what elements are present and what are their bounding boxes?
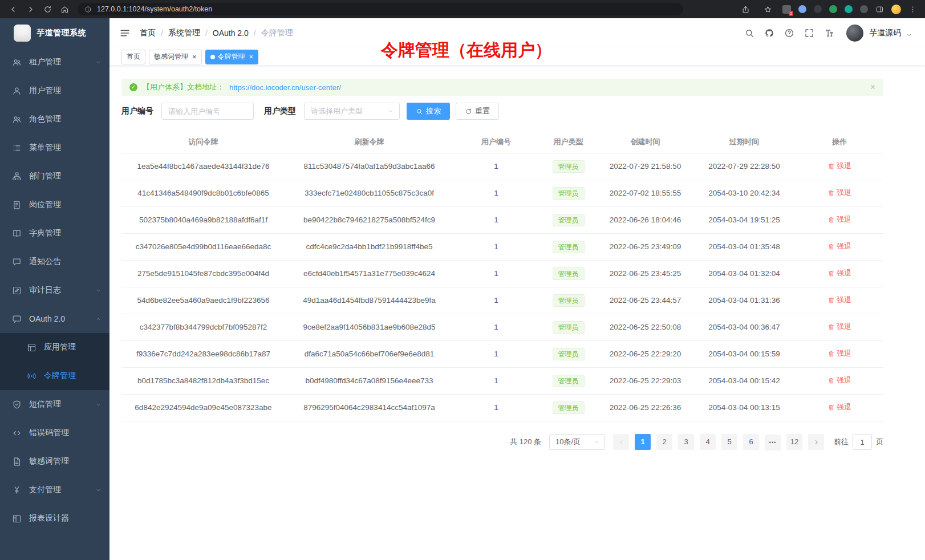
sidebar-item-label: 租户管理 (29, 57, 61, 67)
create-time-cell: 2022-06-25 22:50:08 (598, 314, 693, 340)
user-id-cell: 1 (453, 394, 539, 421)
browser-profile-avatar[interactable] (891, 5, 901, 14)
force-logout-button[interactable]: 强退 (827, 161, 851, 171)
column-header: 操作 (796, 131, 883, 153)
tab-sensitive-word[interactable]: 敏感词管理× (149, 50, 202, 64)
close-icon[interactable]: × (249, 53, 254, 60)
side-panel-button[interactable] (875, 5, 884, 14)
filter-bar: 用户编号 用户类型 请选择用户类型 搜索 重置 (121, 103, 925, 120)
search-icon (744, 28, 754, 38)
bookmark-button[interactable] (760, 2, 775, 16)
sidebar-toggle-button[interactable] (119, 27, 131, 39)
page-button-4[interactable]: 4 (700, 434, 716, 450)
force-logout-button[interactable]: 强退 (827, 348, 851, 359)
sidebar-item-user[interactable]: 用户管理 (0, 76, 109, 105)
goto-page-input[interactable] (853, 434, 872, 450)
chevron-down-icon[interactable] (911, 29, 912, 38)
extension-icon[interactable]: 0 (782, 5, 791, 14)
sidebar-item-post[interactable]: 岗位管理 (0, 190, 109, 219)
tab-token[interactable]: 令牌管理× (205, 50, 259, 64)
page-size-value: 10条/页 (555, 437, 581, 447)
expire-time-cell: 2054-03-04 01:32:04 (693, 260, 796, 287)
force-logout-button[interactable]: 强退 (827, 295, 851, 305)
sidebar-item-oauth2-token[interactable]: 令牌管理 (0, 362, 109, 390)
home-button[interactable] (57, 2, 72, 16)
back-button[interactable] (6, 2, 21, 16)
breadcrumb-item[interactable]: OAuth 2.0 (213, 29, 249, 38)
user-avatar[interactable] (846, 25, 863, 42)
username[interactable]: 芋道源码 (869, 28, 901, 38)
force-logout-button[interactable]: 强退 (827, 375, 851, 385)
force-logout-button[interactable]: 强退 (827, 402, 851, 412)
site-info-icon[interactable] (84, 6, 92, 13)
sidebar-item-oauth2[interactable]: OAuth 2.0 (0, 305, 109, 333)
sidebar-item-pay[interactable]: 支付管理 (0, 476, 109, 504)
page-button-5[interactable]: 5 (721, 434, 737, 450)
url-bar[interactable]: 127.0.0.1:1024/system/oauth2/token (78, 3, 683, 15)
user-type-select[interactable]: 请选择用户类型 (304, 103, 400, 120)
force-logout-button[interactable]: 强退 (827, 214, 851, 225)
tab-home[interactable]: 首页 (121, 50, 145, 64)
sidebar-item-sms[interactable]: 短信管理 (0, 390, 109, 419)
alert-close-icon[interactable]: × (870, 82, 875, 92)
forward-button[interactable] (23, 2, 38, 16)
column-header: 访问令牌 (121, 131, 285, 153)
page-button-2[interactable]: 2 (656, 434, 672, 450)
force-logout-button[interactable]: 强退 (827, 188, 851, 198)
page-size-select[interactable]: 10条/页 (549, 434, 605, 450)
page-button-3[interactable]: 3 (678, 434, 694, 450)
create-time-cell: 2022-06-25 22:26:36 (598, 394, 693, 421)
force-logout-button[interactable]: 强退 (827, 322, 851, 332)
close-icon[interactable]: × (192, 53, 197, 60)
page-button-12[interactable]: 12 (786, 434, 802, 450)
page-buttons: 123456•••12 (632, 434, 805, 451)
total-count: 共 120 条 (510, 437, 541, 447)
user-type-label: 用户类型 (264, 106, 296, 116)
extension-gray-icon[interactable] (860, 5, 868, 13)
extension-green-icon[interactable] (829, 5, 837, 13)
sidebar-item-notice[interactable]: 通知公告 (0, 247, 109, 276)
table-row: 41c41346a548490f9dc8b01c6bfe0865 333ecfc… (121, 180, 883, 206)
font-size-button[interactable] (824, 28, 834, 38)
goto-label: 前往 (834, 437, 849, 447)
reload-button[interactable] (40, 2, 55, 16)
sidebar-item-role[interactable]: 角色管理 (0, 105, 109, 133)
force-logout-button[interactable]: 强退 (827, 268, 851, 278)
alert-text: 【用户体系】文档地址： (143, 82, 224, 92)
force-logout-button[interactable]: 强退 (827, 241, 851, 251)
page-more-button[interactable]: ••• (765, 435, 781, 451)
pagination: 共 120 条 10条/页 123456•••12 前往 页 (121, 434, 883, 451)
page-button-6[interactable]: 6 (743, 434, 759, 450)
search-button[interactable] (744, 28, 754, 38)
sidebar-item-error-code[interactable]: 错误码管理 (0, 419, 109, 447)
sidebar-item-menu[interactable]: 菜单管理 (0, 133, 109, 162)
sidebar-item-oauth2-app[interactable]: 应用管理 (0, 333, 109, 362)
sidebar-item-audit-log[interactable]: 审计日志 (0, 276, 109, 305)
search-submit-button[interactable]: 搜索 (407, 103, 450, 120)
user-type-cell: 管理员 (539, 153, 598, 180)
fullscreen-button[interactable] (804, 28, 814, 38)
sidebar-item-report-designer[interactable]: 报表设计器 (0, 504, 109, 533)
reset-button[interactable]: 重置 (456, 103, 499, 120)
hamburger-icon (119, 27, 131, 39)
github-button[interactable] (764, 28, 774, 38)
sidebar-item-sensitive-word[interactable]: 敏感词管理 (0, 447, 109, 476)
sidebar-item-dept[interactable]: 部门管理 (0, 162, 109, 190)
next-page-button[interactable] (808, 434, 824, 450)
share-button[interactable] (738, 2, 753, 16)
extension-blue-icon[interactable] (798, 5, 806, 13)
sidebar-item-tenant[interactable]: 租户管理 (0, 48, 109, 76)
breadcrumb-item[interactable]: 首页 (140, 28, 156, 38)
users-icon (12, 115, 22, 124)
refresh-token-cell: b0df4980ffd34c67a08f9156e4eee733 (285, 367, 453, 394)
user-id-input[interactable] (161, 103, 254, 120)
prev-page-button[interactable] (613, 434, 629, 450)
breadcrumb-item[interactable]: 系统管理 (168, 28, 200, 38)
extension-dark-icon[interactable] (814, 5, 822, 13)
help-button[interactable] (784, 28, 794, 38)
doc-link[interactable]: https://doc.iocoder.cn/user-center/ (229, 83, 341, 92)
browser-menu-button[interactable] (908, 5, 917, 14)
extension-teal-icon[interactable] (845, 5, 853, 13)
page-button-1[interactable]: 1 (635, 434, 651, 450)
sidebar-item-dict[interactable]: 字典管理 (0, 219, 109, 247)
